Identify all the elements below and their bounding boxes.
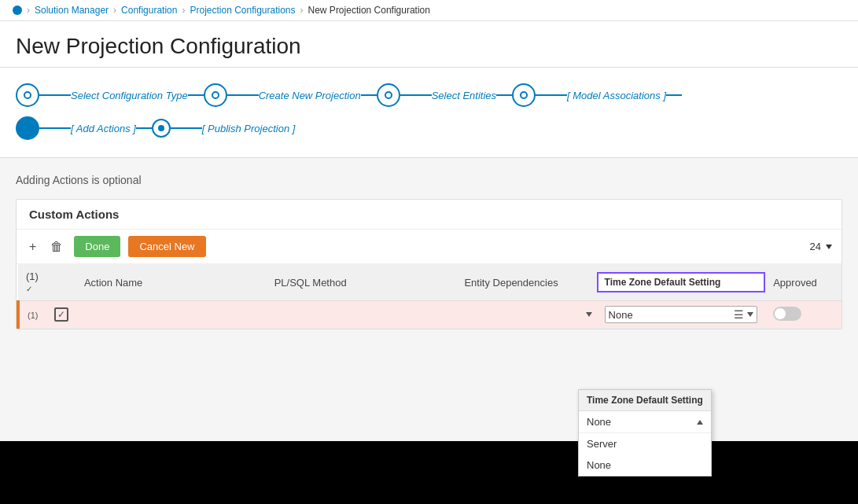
- cell-action-name[interactable]: [76, 301, 267, 329]
- add-button[interactable]: +: [26, 238, 39, 256]
- col-approved: Approved: [765, 264, 841, 301]
- table-head: (1) ✓ Action Name PL/SQL Method Entity D…: [18, 264, 841, 301]
- col-check: [46, 264, 76, 301]
- step-5-label: [ Add Actions ]: [71, 123, 136, 134]
- step-2-circle: [204, 83, 227, 107]
- table-header-row: (1) ✓ Action Name PL/SQL Method Entity D…: [18, 264, 841, 301]
- cell-row-num: (1): [18, 301, 46, 329]
- action-name-input[interactable]: [84, 309, 259, 321]
- toolbar: + 🗑 Done Cancel New 24: [17, 230, 841, 264]
- approved-toggle[interactable]: [773, 307, 801, 321]
- tz-header-box: Time Zone Default Setting: [597, 272, 766, 292]
- step-1-label: Select Configuration Type: [71, 90, 188, 101]
- data-table: (1) ✓ Action Name PL/SQL Method Entity D…: [17, 264, 841, 329]
- hamburger-icon: ☰: [734, 308, 744, 321]
- col-tz: Time Zone Default Setting: [597, 264, 766, 301]
- toggle-knob: [775, 308, 786, 319]
- breadcrumb: › Solution Manager › Configuration › Pro…: [0, 0, 858, 21]
- plsql-input[interactable]: [274, 309, 449, 321]
- breadcrumb-projection-configs[interactable]: Projection Configurations: [190, 5, 295, 16]
- step-5-circle: [16, 116, 39, 140]
- step-3-label: Select Entities: [432, 90, 496, 101]
- table-row: (1): [18, 301, 841, 329]
- step-1-circle: [16, 83, 39, 107]
- content-area: Adding Actions is optional Custom Action…: [0, 158, 858, 345]
- breadcrumb-solution-manager[interactable]: Solution Manager: [35, 5, 109, 16]
- col-plsql: PL/SQL Method: [267, 264, 457, 301]
- toolbar-right: 24: [810, 241, 832, 252]
- step-4-label: [ Model Associations ]: [567, 90, 666, 101]
- table-body: (1): [18, 301, 841, 329]
- cell-entity-dep[interactable]: [456, 301, 596, 329]
- entity-dep-dropdown-icon[interactable]: [586, 312, 592, 317]
- cell-checkbox[interactable]: [46, 301, 76, 329]
- col-entity-dep: Entity Dependencies: [456, 264, 596, 301]
- cancel-new-button[interactable]: Cancel New: [128, 236, 205, 257]
- page-title: New Projection Configuration: [16, 34, 842, 59]
- step-3-circle: [377, 83, 400, 107]
- breadcrumb-configuration[interactable]: Configuration: [121, 5, 177, 16]
- section-header: Custom Actions: [17, 200, 841, 230]
- custom-actions-section: Custom Actions + 🗑 Done Cancel New 24 (1…: [16, 199, 842, 329]
- wizard-row-2: [ Add Actions ] [ Publish Projection ]: [16, 116, 842, 140]
- tz-select[interactable]: None ☰: [605, 306, 758, 323]
- step-6-label: [ Publish Projection ]: [202, 123, 296, 134]
- row-checkbox[interactable]: [54, 307, 68, 322]
- table-container: (1) ✓ Action Name PL/SQL Method Entity D…: [17, 264, 841, 329]
- optional-note: Adding Actions is optional: [16, 174, 842, 186]
- row-count: 24: [810, 241, 821, 252]
- step-2-label: Create New Projection: [259, 90, 361, 101]
- cell-tz: None ☰: [597, 301, 766, 329]
- step-6-circle: [152, 119, 171, 138]
- wizard-row-1: Select Configuration Type Create New Pro…: [16, 83, 842, 107]
- tz-select-arrow-icon[interactable]: [747, 312, 753, 317]
- cell-plsql[interactable]: [267, 301, 457, 329]
- tz-select-value: None: [609, 309, 731, 321]
- count-chevron-icon[interactable]: [826, 245, 832, 249]
- delete-button[interactable]: 🗑: [47, 238, 66, 256]
- wizard-area: Select Configuration Type Create New Pro…: [0, 68, 858, 158]
- page-title-area: New Projection Configuration: [0, 21, 858, 68]
- breadcrumb-current: New Projection Configuration: [308, 5, 430, 16]
- step-4-circle: [512, 83, 536, 107]
- col-action-name: Action Name: [76, 264, 267, 301]
- cell-approved: [765, 301, 841, 329]
- col-row-num: (1) ✓: [18, 264, 46, 301]
- breadcrumb-dot: [13, 6, 22, 15]
- done-button[interactable]: Done: [74, 236, 120, 257]
